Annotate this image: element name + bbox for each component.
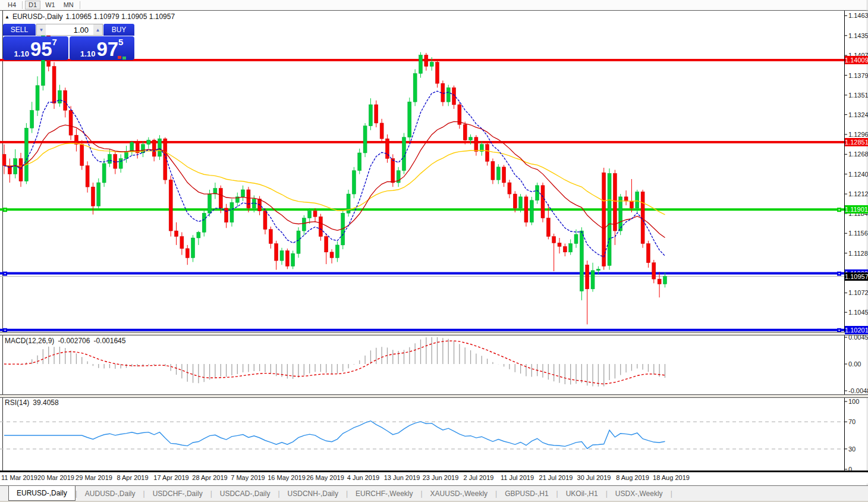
date-label: 18 Aug 2019	[653, 474, 690, 481]
date-label: 30 Jul 2019	[577, 474, 611, 481]
chart-canvas[interactable]	[0, 0, 868, 502]
date-label: 29 Mar 2019	[76, 474, 112, 481]
price-tick-label: 1.10450	[848, 309, 868, 316]
level-price-badge: 1.12851	[845, 138, 868, 146]
symbol-tab-usdcnh[interactable]: USDCNH-,Daily	[280, 486, 346, 501]
sell-button[interactable]: SELL	[3, 24, 36, 36]
date-label: 20 Mar 2019	[37, 474, 74, 481]
date-label: 2 Jul 2019	[464, 474, 494, 481]
buy-price-main: 97	[96, 40, 118, 58]
macd-signal-line	[4, 341, 665, 384]
one-click-trade-panel: SELL ▼ 1.00 ▲ BUY 1.10 95 7 1.10 97 5	[3, 24, 134, 61]
macd-tick-label: -0.004806	[848, 387, 868, 394]
date-label: 16 May 2019	[268, 474, 306, 481]
price-tick-label: 1.13240	[848, 111, 868, 118]
price-tick-label: 1.11285	[848, 250, 868, 257]
collapse-arrow-icon[interactable]: ▲	[5, 14, 10, 20]
macd-title: MACD(12,26,9)	[5, 337, 54, 345]
sell-price-main: 95	[30, 40, 52, 58]
date-label: 28 Apr 2019	[192, 474, 227, 481]
buy-button[interactable]: BUY	[103, 24, 134, 36]
price-tick-label: 1.12960	[848, 131, 868, 138]
chart-ohlc-values: 1.10965 1.10979 1.10905 1.10957	[66, 12, 175, 21]
rsi-splitter[interactable]	[0, 394, 868, 398]
level-lines	[0, 60, 844, 332]
macd-tick-label: 0.00	[848, 360, 861, 368]
tab-separator: |	[671, 486, 672, 501]
symbol-tab-eurchf[interactable]: EURCHF-,Weekly	[348, 486, 420, 501]
symbol-tab-gbpusd[interactable]: GBPUSD-,H1	[497, 486, 556, 501]
date-label: 11 Mar 2019	[1, 474, 37, 481]
level-price-badge: 1.11901	[845, 205, 868, 214]
chart-object-red-marker	[118, 56, 121, 59]
volume-increase-icon[interactable]: ▲	[93, 24, 102, 35]
date-label: 13 Jun 2019	[384, 474, 420, 481]
macd-value-signal: -0.001645	[93, 337, 125, 345]
date-label: 21 Jul 2019	[539, 474, 573, 481]
buy-price-prefix: 1.10	[80, 49, 95, 58]
symbol-tab-eurusd[interactable]: EURUSD-,Daily	[8, 486, 76, 501]
price-tick-label: 1.10725	[848, 289, 868, 296]
price-tick-label: 1.14355	[848, 32, 868, 39]
rsi-tick-label: 70	[848, 418, 856, 425]
date-axis: 11 Mar 201920 Mar 201929 Mar 20198 Apr 2…	[0, 473, 868, 484]
macd-splitter[interactable]	[0, 332, 868, 335]
candles-layer	[2, 27, 666, 325]
date-label: 23 Jun 2019	[423, 474, 459, 481]
date-label: 26 May 2019	[306, 474, 344, 481]
symbol-tab-usdchf[interactable]: USDCHF-,Daily	[145, 486, 210, 501]
rsi-tick-label: 100	[848, 398, 859, 405]
rsi-title: RSI(14)	[5, 399, 29, 407]
volume-decrease-icon[interactable]: ▼	[37, 24, 46, 35]
level-price-badge: 1.14009	[845, 56, 868, 64]
current-price-badge: 1.10957	[845, 272, 868, 281]
price-tick-label: 1.14635	[848, 12, 868, 19]
price-tick-label: 1.13795	[848, 72, 868, 79]
rsi-tick-label: 30	[848, 445, 856, 453]
sell-price-button[interactable]: 1.10 95 7	[3, 36, 68, 60]
symbol-tab-bar: EURUSD-,Daily|AUDUSD-,Daily|USDCHF-,Dail…	[0, 485, 868, 501]
date-label: 11 Jul 2019	[501, 474, 534, 481]
terminal-window: H4D1W1MN ▲ EURUSD-,Daily 1.10965 1.10979…	[0, 0, 868, 502]
volume-input[interactable]: 1.00	[46, 24, 93, 35]
price-tick-label: 1.12400	[848, 171, 868, 178]
price-tick-label: 1.12120	[848, 190, 868, 197]
date-label: 8 Aug 2019	[616, 474, 649, 481]
chart-title: ▲ EURUSD-,Daily 1.10965 1.10979 1.10905 …	[5, 12, 175, 21]
date-label: 7 May 2019	[231, 474, 265, 481]
symbol-tab-ukoil[interactable]: UKOil-,H1	[558, 486, 606, 501]
rsi-line	[4, 421, 665, 449]
level-price-badge: 1.10201	[845, 326, 868, 334]
symbol-tab-usdx[interactable]: USDX-,Weekly	[608, 486, 671, 501]
macd-label: MACD(12,26,9) -0.002706 -0.001645	[5, 337, 125, 345]
volume-box: ▼ 1.00 ▲	[36, 24, 103, 36]
date-label: 4 Jun 2019	[347, 474, 379, 481]
chart-symbol-label: EURUSD-,Daily	[12, 12, 63, 21]
chart-bottom-frame	[0, 470, 868, 472]
rsi-value: 39.4058	[33, 399, 58, 407]
sell-price-pip: 7	[52, 38, 57, 46]
buy-price-pip: 5	[118, 38, 123, 46]
symbol-tab-xauusd[interactable]: XAUUSD-,Weekly	[423, 486, 495, 501]
tab-bar-padding	[0, 486, 8, 501]
date-label: 17 Apr 2019	[153, 474, 188, 481]
price-tick-label: 1.12680	[848, 150, 868, 158]
symbol-tab-usdcad[interactable]: USDCAD-,Daily	[212, 486, 278, 501]
symbol-tab-audusd[interactable]: AUDUSD-,Daily	[77, 486, 143, 501]
price-tick-label: 1.11565	[848, 230, 868, 237]
rsi-label: RSI(14) 39.4058	[5, 399, 59, 407]
chart-object-green-marker	[122, 57, 126, 59]
price-tick-label: 1.13515	[848, 92, 868, 99]
macd-value-main: -0.002706	[58, 337, 90, 345]
sell-price-prefix: 1.10	[14, 49, 29, 58]
date-label: 8 Apr 2019	[117, 474, 148, 481]
